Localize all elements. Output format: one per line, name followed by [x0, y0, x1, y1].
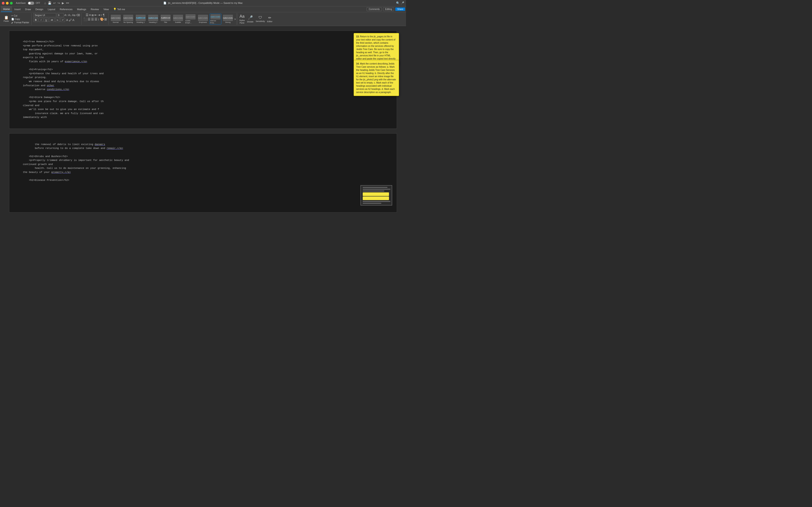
italic-button[interactable]: I [39, 18, 43, 22]
pilcrow-icon[interactable]: ¶ [103, 13, 105, 17]
indent-inc-icon[interactable]: ⇥ [98, 13, 100, 17]
ribbon-tab-insert[interactable]: Insert [12, 6, 23, 12]
highlight-icon[interactable]: 🖊 [69, 18, 72, 22]
experience-link: experience.</p> [65, 60, 87, 63]
ribbon-tab-view[interactable]: View [101, 6, 111, 12]
annotation-14-number: 14. [356, 62, 359, 65]
style-heading1[interactable]: AaBbCcD Heading 1 [135, 13, 147, 24]
document-icon: 📄 [163, 2, 166, 4]
bold-button[interactable]: B [34, 18, 38, 22]
ribbon-tab-tellme[interactable]: 💡 Tell me [111, 6, 127, 12]
editor-icon: ✏ [268, 16, 271, 20]
font-color-icon[interactable]: A [66, 18, 68, 22]
autosave-toggle[interactable] [28, 2, 34, 5]
ribbon-tab-layout[interactable]: Layout [46, 6, 58, 12]
sort-icon[interactable]: ↕ [101, 13, 102, 17]
bullets-icon[interactable]: ☰ [86, 13, 89, 17]
font-name-input[interactable] [34, 13, 56, 17]
style-subtle-emph[interactable]: AaBbCcDdEe Subtle Emph... [185, 13, 196, 24]
align-right-icon[interactable]: ☰ [91, 17, 94, 21]
change-case-icon[interactable]: Aa [72, 13, 75, 17]
page-1: <h2>Tree Removal</h2> <p>We perform prof… [9, 31, 397, 129]
ribbon-tab-review[interactable]: Review [88, 6, 101, 12]
style-presets-group: AaBbCcDdEe Normal AaBbCcDdEe No Spacing … [109, 13, 237, 25]
document-area: <h2>Tree Removal</h2> <p>We perform prof… [0, 26, 406, 253]
align-left-icon[interactable]: ⬛ [83, 17, 87, 21]
lightbulb-icon: 💡 [113, 8, 116, 11]
clipboard-small-buttons: ✂ Cut 📄 Copy 🖌 Format Painter [10, 14, 30, 24]
multilevel-icon[interactable]: ≣ [91, 13, 94, 17]
editing-button[interactable]: Editing [383, 7, 394, 11]
font-grow-icon[interactable]: A↑ [64, 13, 67, 17]
dictate-button[interactable]: 🎤 Dictate [246, 15, 254, 23]
thumbnail-panel [360, 185, 392, 206]
style-subtitle[interactable]: AaBbCcDdEe Subtitle [172, 13, 184, 24]
paste-button[interactable]: 📋 Paste [3, 15, 10, 23]
redo-icon[interactable]: ↪ [58, 1, 60, 5]
mic-icon[interactable]: 🎤 [401, 1, 404, 5]
ribbon-tab-mailings[interactable]: Mailings [75, 6, 88, 12]
justify-icon[interactable]: ☰ [95, 17, 97, 21]
repair-link: repair.</p> [107, 147, 123, 150]
undo-icon[interactable]: ↩ [53, 1, 56, 5]
paste-group: 📋 Paste ✂ Cut 📄 Copy 🖌 Format Painter [1, 13, 32, 25]
style-no-spacing[interactable]: AaBbCcDdEe No Spacing [122, 13, 134, 24]
annotation-13-number: 13. [356, 35, 359, 38]
style-heading2-preview: AaBbCcDd [148, 15, 158, 21]
editor-button[interactable]: ✏ Editor [266, 15, 273, 23]
document-title: jtc_services.html[ASF[60] - Compatibilit… [168, 2, 243, 4]
font-size-input[interactable] [57, 13, 64, 17]
styles-pane-icon: Aa [240, 14, 245, 19]
autosave-state: OFF [36, 2, 40, 4]
close-button[interactable] [2, 2, 5, 5]
shading-icon[interactable]: 🎨 [100, 17, 104, 21]
indent-dec-icon[interactable]: ⇤ [95, 13, 97, 17]
styles-scroll-right-icon[interactable]: › [235, 17, 236, 21]
home-icon[interactable]: ⌂ [44, 1, 46, 5]
save-icon[interactable]: 💾 [48, 1, 51, 5]
borders-icon[interactable]: ⊞ [104, 17, 107, 21]
styles-pane-button[interactable]: Aa StylesPane [237, 13, 246, 25]
sensitivity-icon: 🛡 [258, 16, 262, 20]
present-icon[interactable]: ▶ [62, 1, 64, 5]
numbering-icon[interactable]: ≡ [89, 13, 91, 17]
minimize-button[interactable] [6, 2, 9, 5]
style-intense-emph[interactable]: AaBbCcDdEe Intense Emp... [210, 13, 221, 24]
style-subtle-emph-preview: AaBbCcDdEe [186, 14, 196, 19]
style-title-preview: AaBbCcD [161, 15, 170, 21]
strikethrough-button[interactable]: ab [49, 18, 55, 22]
line-spacing-icon[interactable]: ↕ [98, 17, 99, 21]
ribbon-toolbar-row: 📋 Paste ✂ Cut 📄 Copy 🖌 Format Painter A↑… [0, 12, 406, 26]
style-normal[interactable]: AaBbCcDdEe Normal [110, 13, 122, 24]
font-shrink-icon[interactable]: A↓ [68, 13, 71, 17]
superscript-button[interactable]: x² [60, 18, 65, 22]
text-color-icon[interactable]: A [72, 18, 74, 22]
clear-format-icon[interactable]: ⌫ [76, 13, 80, 17]
subscript-button[interactable]: x₂ [55, 18, 60, 22]
comments-button[interactable]: Comments [367, 7, 382, 11]
style-normal-preview: AaBbCcDdEe [111, 15, 121, 21]
style-subtitle-preview: AaBbCcDdEe [173, 15, 183, 21]
share-button[interactable]: Share [395, 7, 405, 11]
format-painter-button[interactable]: 🖌 Format Painter [10, 21, 30, 24]
style-emphasis[interactable]: AaBbCcDdEe Emphasis [197, 13, 209, 24]
ribbon-tab-references[interactable]: References [58, 6, 75, 12]
title-bar-center: 📄 jtc_services.html[ASF[60] - Compatibil… [102, 2, 304, 5]
title-bar-right: 🔍 🎤 [304, 1, 404, 5]
ribbon-tab-draw[interactable]: Draw [23, 6, 33, 12]
sensitivity-button[interactable]: 🛡 Sensitivity [255, 15, 266, 23]
more-icon[interactable]: ••• [66, 1, 69, 5]
align-center-icon[interactable]: ☰ [88, 17, 91, 21]
annotation-14-text: Mark the content describing Jedds Tree C… [356, 62, 396, 94]
ribbon-tab-design[interactable]: Design [33, 6, 46, 12]
underline-button[interactable]: U [44, 18, 48, 22]
search-icon[interactable]: 🔍 [396, 1, 400, 5]
ribbon-tab-home[interactable]: Home [1, 6, 12, 12]
style-heading2[interactable]: AaBbCcDd Heading 2 [147, 13, 159, 24]
page-container[interactable]: <h2>Tree Removal</h2> <p>We perform prof… [0, 26, 406, 253]
style-strong[interactable]: AaBbCcDdEe Strong [222, 13, 234, 24]
maximize-button[interactable] [10, 2, 13, 5]
copy-button[interactable]: 📄 Copy [10, 18, 30, 20]
cut-button[interactable]: ✂ Cut [10, 14, 30, 17]
style-title[interactable]: AaBbCcD Title [160, 13, 171, 24]
